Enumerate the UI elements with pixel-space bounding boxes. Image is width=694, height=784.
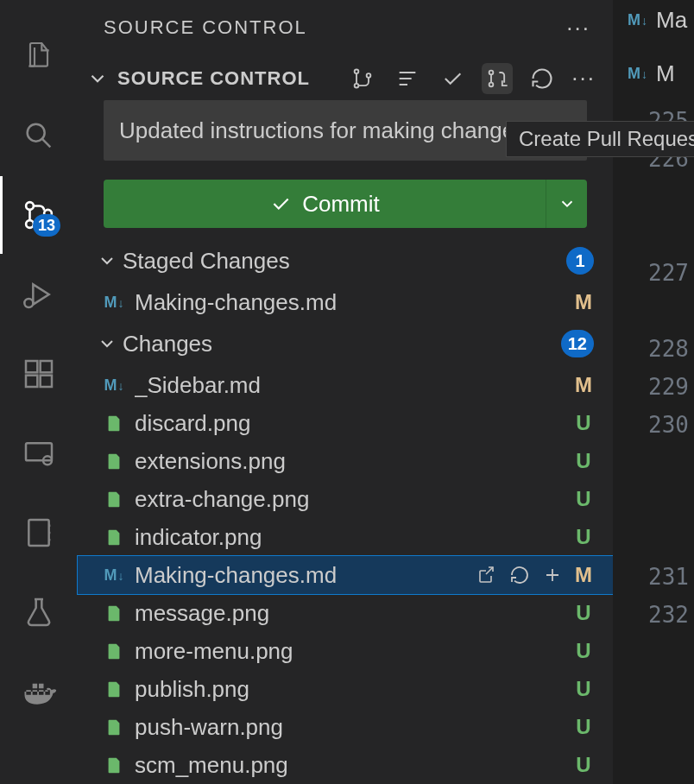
commit-dropdown-button[interactable] bbox=[546, 180, 587, 228]
file-row[interactable]: push-warn.pngU bbox=[78, 708, 613, 746]
svg-point-12 bbox=[355, 69, 359, 73]
file-row[interactable]: discard.pngU bbox=[78, 404, 613, 442]
open-file-button[interactable] bbox=[476, 565, 497, 585]
svg-point-0 bbox=[28, 124, 45, 142]
section-more-button[interactable]: ··· bbox=[571, 65, 596, 92]
view-mode-button[interactable] bbox=[392, 63, 423, 94]
markdown-icon: M↓ bbox=[104, 294, 124, 312]
extensions-tab[interactable] bbox=[0, 335, 78, 413]
source-control-panel: SOURCE CONTROL ··· SOURCE CONTROL bbox=[78, 0, 613, 784]
markdown-icon: M↓ bbox=[628, 65, 647, 83]
file-row[interactable]: extensions.pngU bbox=[78, 442, 613, 480]
tab-label: M bbox=[656, 60, 675, 87]
chevron-down-icon bbox=[97, 333, 117, 354]
markdown-icon: M↓ bbox=[628, 11, 647, 29]
editor-tab-2[interactable]: M↓ M bbox=[628, 60, 675, 87]
stage-button[interactable] bbox=[542, 565, 563, 585]
panel-more-button[interactable]: ··· bbox=[566, 15, 590, 41]
file-status: U bbox=[573, 487, 594, 511]
file-name: Making-changes.md bbox=[135, 289, 563, 316]
staged-group-header[interactable]: Staged Changes 1 bbox=[78, 238, 613, 283]
file-row[interactable]: more-menu.pngU bbox=[78, 632, 613, 670]
file-row[interactable]: M↓Making-changes.mdM bbox=[78, 556, 613, 594]
git-branch-icon bbox=[350, 66, 375, 91]
file-name: extensions.png bbox=[135, 448, 563, 475]
create-pr-button[interactable] bbox=[482, 63, 513, 94]
commit-area: Updated instructions for making changes … bbox=[78, 100, 613, 228]
file-name: discard.png bbox=[135, 410, 563, 437]
panel-title: SOURCE CONTROL bbox=[104, 16, 307, 39]
refresh-button[interactable] bbox=[527, 63, 558, 94]
file-status: U bbox=[573, 411, 594, 435]
file-status: U bbox=[573, 715, 594, 739]
file-row[interactable]: M↓_Sidebar.mdM bbox=[78, 366, 613, 404]
explorer-tab[interactable] bbox=[0, 17, 78, 95]
markdown-icon: M↓ bbox=[104, 566, 124, 585]
chevron-down-icon bbox=[86, 67, 109, 90]
line-number: 228 bbox=[648, 330, 689, 368]
repo-section-header[interactable]: SOURCE CONTROL ··· bbox=[78, 56, 613, 101]
file-status: M bbox=[573, 290, 594, 314]
search-tab[interactable] bbox=[0, 97, 78, 174]
check-icon bbox=[440, 66, 464, 91]
files-icon bbox=[22, 39, 56, 73]
file-row[interactable]: M↓Making-changes.mdM bbox=[78, 283, 613, 321]
file-status: U bbox=[573, 753, 594, 777]
svg-rect-11 bbox=[28, 520, 48, 546]
discard-icon bbox=[509, 565, 530, 585]
file-name: extra-change.png bbox=[135, 486, 563, 513]
remote-tab[interactable] bbox=[0, 414, 78, 492]
svg-point-14 bbox=[367, 73, 371, 78]
search-icon bbox=[22, 118, 56, 153]
source-control-tab[interactable]: 13 bbox=[0, 176, 78, 254]
chevron-down-icon bbox=[97, 250, 117, 271]
image-icon bbox=[104, 756, 124, 775]
line-number: 230 bbox=[648, 406, 689, 444]
tooltip: Create Pull Request bbox=[506, 121, 694, 157]
line-number: 227 bbox=[648, 254, 689, 292]
file-row[interactable]: indicator.pngU bbox=[78, 518, 613, 556]
run-debug-tab[interactable] bbox=[0, 256, 78, 333]
refresh-icon bbox=[530, 66, 554, 91]
file-status: U bbox=[573, 639, 594, 663]
line-number bbox=[648, 178, 689, 216]
file-status: M bbox=[573, 563, 594, 587]
testing-tab[interactable] bbox=[0, 573, 78, 651]
svg-point-4 bbox=[24, 299, 33, 307]
file-name: more-menu.png bbox=[135, 638, 563, 665]
changes-count: 12 bbox=[561, 330, 594, 357]
editor-tab[interactable]: M↓ Ma bbox=[628, 7, 687, 34]
notebook-icon bbox=[22, 515, 56, 550]
line-number: 229 bbox=[648, 368, 689, 406]
svg-point-13 bbox=[355, 83, 359, 87]
line-number bbox=[648, 482, 689, 520]
svg-point-15 bbox=[489, 70, 494, 74]
file-row[interactable]: scm_menu.pngU bbox=[78, 746, 613, 784]
file-row[interactable]: extra-change.pngU bbox=[78, 480, 613, 518]
branch-view-button[interactable] bbox=[347, 63, 378, 94]
svg-point-16 bbox=[489, 82, 494, 86]
line-number bbox=[648, 520, 689, 558]
staged-file-list: M↓Making-changes.mdM bbox=[78, 283, 613, 321]
svg-rect-7 bbox=[26, 376, 37, 387]
commit-button[interactable]: Commit bbox=[104, 180, 546, 228]
scm-badge: 13 bbox=[33, 214, 60, 237]
changes-group-header[interactable]: Changes 12 bbox=[78, 321, 613, 366]
row-actions bbox=[476, 565, 563, 585]
svg-rect-6 bbox=[41, 361, 52, 372]
file-status: M bbox=[573, 373, 594, 397]
file-row[interactable]: message.pngU bbox=[78, 594, 613, 632]
docker-tab[interactable] bbox=[0, 653, 78, 730]
file-status: U bbox=[573, 677, 594, 701]
line-number-gutter: 225226227228229230231232 bbox=[648, 102, 689, 634]
discard-button[interactable] bbox=[509, 565, 530, 585]
editor-area: M↓ Ma M↓ M 225226227228229230231232 bbox=[613, 0, 694, 784]
file-name: indicator.png bbox=[135, 524, 563, 551]
file-row[interactable]: publish.pngU bbox=[78, 670, 613, 708]
line-number: 232 bbox=[648, 596, 689, 634]
image-icon bbox=[104, 414, 124, 433]
commit-check-button[interactable] bbox=[437, 63, 468, 94]
chevron-down-icon bbox=[558, 194, 577, 213]
tab-label: Ma bbox=[656, 7, 687, 34]
notebook-tab[interactable] bbox=[0, 494, 78, 572]
